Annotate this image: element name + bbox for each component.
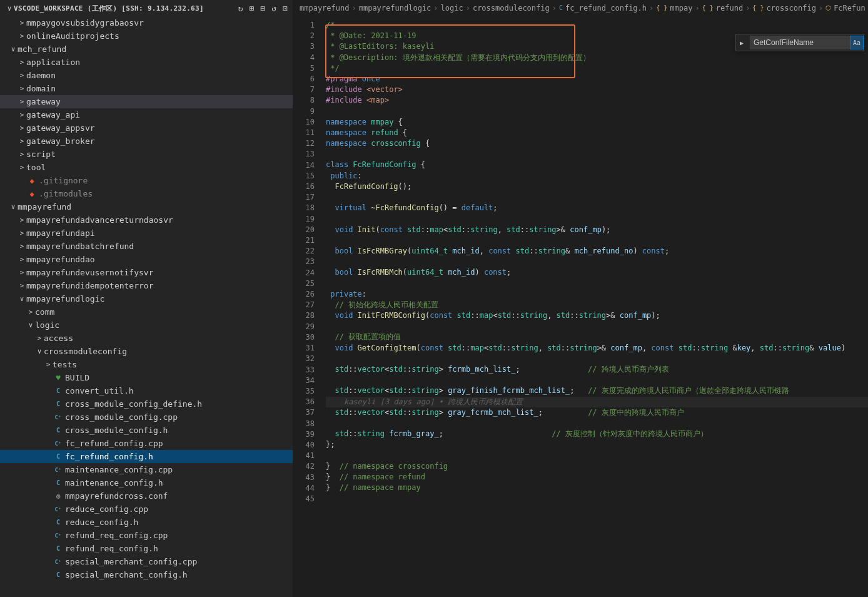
code-line[interactable]: namespace crossconfig { (326, 138, 868, 149)
code-line[interactable]: std::vector<std::string> gray_fcrmb_mch_… (326, 407, 868, 418)
code-line[interactable]: namespace refund { (326, 128, 868, 138)
code-line[interactable]: class FcRefundConfig { (326, 160, 868, 170)
file-item[interactable]: Crefund_req_config.h (0, 542, 293, 555)
code-line[interactable]: namespace mmpay { (326, 117, 868, 128)
chevron-icon[interactable]: > (18, 111, 26, 119)
code-line[interactable]: // 初始化跨境人民币相关配置 (326, 300, 868, 310)
file-item[interactable]: Ccross_module_config_define.h (0, 397, 293, 411)
file-item[interactable]: C⁺cross_module_config.cpp (0, 411, 293, 424)
code-line[interactable] (326, 278, 868, 289)
code-line[interactable] (326, 493, 868, 504)
file-item[interactable]: ♥BUILD (0, 371, 293, 384)
code-line[interactable]: void InitFcRMBConfig(const std::map<std:… (326, 310, 868, 321)
file-item[interactable]: C⁺maintenance_config.cpp (0, 463, 293, 476)
code-line[interactable] (326, 106, 868, 117)
find-widget[interactable]: ▶ Aa (735, 34, 864, 51)
folder-item[interactable]: >mmpayrefundidempotenterror (0, 279, 293, 292)
folder-item[interactable]: ∨mch_refund (0, 43, 293, 56)
code-line[interactable] (326, 257, 868, 267)
breadcrumb-item[interactable]: { }crossconfig (752, 4, 816, 13)
folder-item[interactable]: >script (0, 148, 293, 161)
chevron-icon[interactable]: > (18, 124, 26, 132)
breadcrumb-item[interactable]: crossmoduleconfig (473, 4, 550, 13)
breadcrumb-item[interactable]: ⬡FcRefun (825, 4, 865, 13)
file-item[interactable]: Cmaintenance_config.h (0, 476, 293, 489)
chevron-icon[interactable]: > (18, 58, 26, 66)
chevron-down-icon[interactable]: ∨ (5, 4, 14, 13)
code-line[interactable]: bool IsFcRMBMch(uint64_t mch_id) const; (326, 267, 868, 278)
file-item[interactable]: C⁺reduce_config.cpp (0, 503, 293, 516)
folder-item[interactable]: >tests (0, 358, 293, 371)
code-line[interactable]: std::vector<std::string> gray_finish_fcr… (326, 385, 868, 396)
breadcrumb[interactable]: mmpayrefund›mmpayrefundlogic›logic›cross… (293, 0, 868, 16)
code-line[interactable]: }; (326, 439, 868, 450)
folder-item[interactable]: >comm (0, 305, 293, 319)
chevron-icon[interactable]: ∨ (9, 203, 18, 211)
folder-item[interactable]: ∨mmpayrefund (0, 200, 293, 213)
code-line[interactable] (326, 235, 868, 246)
chevron-icon[interactable]: > (18, 216, 26, 224)
folder-item[interactable]: ∨mmpayrefundlogic (0, 292, 293, 305)
breadcrumb-item[interactable]: logic (441, 4, 463, 13)
file-item[interactable]: Creduce_config.h (0, 516, 293, 529)
folder-item[interactable]: ∨crossmoduleconfig (0, 345, 293, 358)
folder-item[interactable]: >mmpaygovsubsidygrabaosvr (0, 16, 293, 29)
chevron-icon[interactable]: > (18, 71, 26, 79)
chevron-icon[interactable]: > (18, 163, 26, 171)
code-line[interactable]: // 获取配置项的值 (326, 332, 868, 342)
code-line[interactable]: std::string fcrmb_gray_; // 灰度控制（针对灰度中的跨… (326, 429, 868, 439)
folder-item[interactable]: >gateway_broker (0, 135, 293, 148)
code-line[interactable]: #include <vector> (326, 84, 868, 95)
code-line[interactable]: /* (326, 20, 868, 31)
code-editor[interactable]: /* * @Date: 2021-11-19 * @LastEditors: k… (326, 16, 868, 597)
breadcrumb-item[interactable]: Cfc_refund_config.h (559, 4, 647, 13)
chevron-icon[interactable]: ∨ (26, 321, 35, 329)
chevron-icon[interactable]: ∨ (18, 295, 26, 303)
code-line[interactable]: public: (326, 171, 868, 181)
code-line[interactable] (326, 149, 868, 160)
new-file-icon[interactable]: ⊞ (250, 4, 255, 13)
file-item[interactable]: C⁺special_merchant_config.cpp (0, 555, 293, 568)
new-folder-icon[interactable]: ⊟ (261, 4, 266, 13)
chevron-icon[interactable]: > (18, 150, 26, 158)
code-line[interactable]: kaseyli [3 days ago] • 跨境人民币跨模块配置 (326, 397, 868, 407)
search-input[interactable] (750, 36, 850, 49)
chevron-icon[interactable]: ∨ (9, 45, 18, 53)
code-line[interactable]: virtual ~FcRefundConfig() = default; (326, 203, 868, 213)
refresh-explorer-icon[interactable]: ↺ (271, 4, 276, 13)
code-line[interactable] (326, 375, 868, 385)
chevron-icon[interactable]: > (26, 308, 35, 316)
code-line[interactable]: #include <map> (326, 95, 868, 106)
collapse-all-icon[interactable]: ⊡ (283, 4, 288, 13)
breadcrumb-item[interactable]: mmpayrefund (300, 4, 349, 13)
chevron-right-icon[interactable]: ▶ (736, 39, 747, 46)
code-line[interactable]: FcRefundConfig(); (326, 181, 868, 192)
file-tree[interactable]: >mmpaygovsubsidygrabaosvr>onlineAuditpro… (0, 16, 293, 597)
breadcrumb-item[interactable]: { }mmpay (656, 4, 692, 13)
code-line[interactable]: void Init(const std::map<std::string, st… (326, 225, 868, 235)
file-item[interactable]: ◆.gitmodules (0, 187, 293, 200)
chevron-icon[interactable]: > (18, 268, 26, 277)
file-item[interactable]: ◆.gitignore (0, 174, 293, 187)
code-line[interactable] (326, 418, 868, 429)
file-item[interactable]: Ccross_module_config.h (0, 424, 293, 437)
folder-item[interactable]: >tool (0, 161, 293, 174)
code-line[interactable]: void GetConfigItem(const std::map<std::s… (326, 343, 868, 354)
chevron-icon[interactable]: > (18, 84, 26, 93)
folder-item[interactable]: >access (0, 332, 293, 345)
folder-item[interactable]: >gateway (0, 95, 293, 108)
file-item[interactable]: Cfc_refund_config.h (0, 450, 293, 463)
code-line[interactable]: } // namespace crossconfig (326, 461, 868, 472)
chevron-icon[interactable]: ∨ (35, 347, 44, 355)
chevron-icon[interactable]: > (18, 229, 26, 237)
code-line[interactable] (326, 354, 868, 364)
folder-item[interactable]: >mmpayrefundbatchrefund (0, 240, 293, 253)
file-item[interactable]: Cspecial_merchant_config.h (0, 568, 293, 581)
match-case-button[interactable]: Aa (850, 36, 864, 49)
folder-item[interactable]: >gateway_api (0, 108, 293, 121)
file-item[interactable]: ⚙mmpayrefundcross.conf (0, 489, 293, 503)
chevron-icon[interactable]: > (44, 360, 53, 369)
file-item[interactable]: C⁺refund_req_config.cpp (0, 529, 293, 542)
code-line[interactable]: bool IsFcRMBGray(uint64_t mch_id, const … (326, 246, 868, 257)
chevron-icon[interactable]: > (18, 32, 26, 40)
